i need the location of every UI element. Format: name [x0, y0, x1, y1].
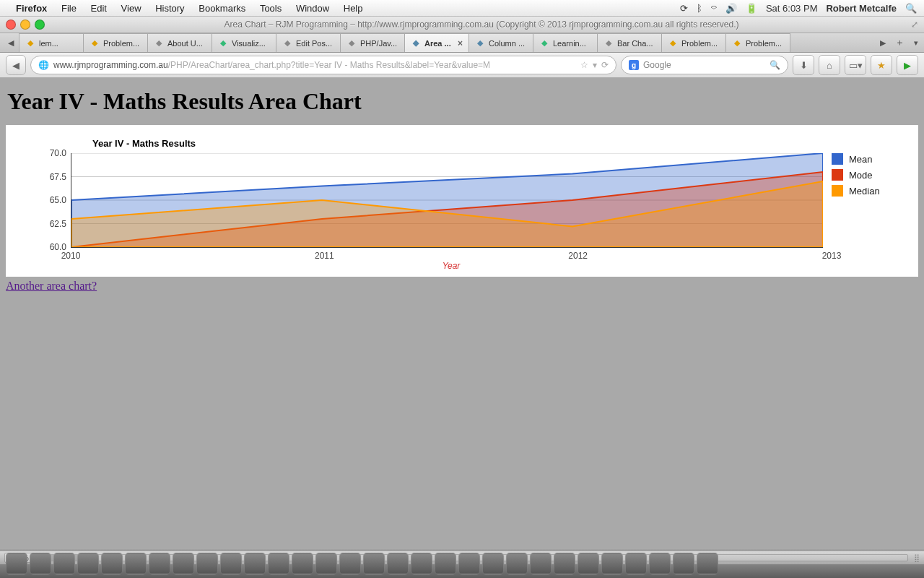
another-chart-link[interactable]: Another area chart? [6, 280, 97, 293]
window-titlebar: Area Chart – RJM Programming – http://ww… [0, 17, 924, 33]
dock-app-icon[interactable] [173, 553, 194, 574]
dock-app-icon[interactable] [244, 553, 266, 574]
clock[interactable]: Sat 6:03 PM [766, 3, 818, 14]
dock-app-icon[interactable] [101, 553, 123, 574]
site-identity-icon[interactable]: 🌐 [38, 60, 49, 70]
browser-tab[interactable]: ◆PHP/Jav... [340, 33, 405, 52]
dock-app-icon[interactable] [601, 553, 623, 574]
favicon-icon: ◆ [25, 38, 35, 48]
url-dropdown-icon[interactable]: ▾ [593, 60, 597, 70]
menu-bookmarks[interactable]: Bookmarks [199, 3, 245, 14]
dock-app-icon[interactable] [149, 553, 170, 574]
dock-app-icon[interactable] [315, 553, 337, 574]
menu-file[interactable]: File [61, 3, 77, 14]
dock-app-icon[interactable] [697, 553, 718, 574]
window-minimize-button[interactable] [20, 20, 30, 30]
plot-area[interactable] [71, 153, 823, 248]
menu-tools[interactable]: Tools [260, 3, 282, 14]
dock-app-icon[interactable] [530, 553, 552, 574]
battery-icon[interactable]: 🔋 [746, 3, 757, 14]
menu-window[interactable]: Window [296, 3, 329, 14]
browser-tab[interactable]: ◆Column ... [468, 33, 533, 52]
legend-label: Median [849, 186, 880, 197]
dock-app-icon[interactable] [220, 553, 242, 574]
chart-legend: MeanModeMedian [823, 153, 911, 248]
window-zoom-button[interactable] [35, 20, 45, 30]
legend-item[interactable]: Median [832, 185, 911, 197]
tab-list-button[interactable]: ▾ [908, 33, 924, 52]
x-axis-label: Year [443, 261, 461, 271]
dock-app-icon[interactable] [458, 553, 480, 574]
search-magnifier-icon: 🔍 [770, 60, 780, 70]
wifi-icon[interactable]: ⌔ [711, 3, 717, 14]
bookmarks-menu-button[interactable]: ▭▾ [845, 55, 866, 75]
volume-icon[interactable]: 🔊 [725, 3, 737, 14]
browser-tab[interactable]: ◆Problem... [661, 33, 726, 52]
dock-app-icon[interactable] [625, 553, 647, 574]
browser-tab[interactable]: ◆Area ...× [404, 33, 469, 52]
legend-item[interactable]: Mean [832, 153, 911, 165]
tab-label: Learnin... [553, 39, 591, 48]
home-button[interactable]: ⌂ [819, 55, 840, 75]
menu-help[interactable]: Help [344, 3, 363, 14]
browser-tab[interactable]: ◆Problem... [725, 33, 790, 52]
back-button[interactable]: ◀ [6, 55, 26, 75]
browser-tab[interactable]: ◆Visualiz... [212, 33, 276, 52]
spotlight-icon[interactable]: 🔍 [905, 3, 917, 14]
browser-tab[interactable]: ◆Edit Pos... [276, 33, 341, 52]
dock-app-icon[interactable] [363, 553, 385, 574]
browser-tab[interactable]: ◆lem... [19, 33, 84, 52]
new-tab-button[interactable]: ＋ [891, 33, 908, 52]
bluetooth-icon[interactable]: ᛒ [697, 3, 702, 14]
dock-app-icon[interactable] [292, 553, 313, 574]
legend-item[interactable]: Mode [832, 169, 911, 181]
dock-app-icon[interactable] [482, 553, 504, 574]
dock[interactable] [0, 549, 924, 578]
browser-tab[interactable]: ◆Learnin... [533, 33, 598, 52]
dock-app-icon[interactable] [435, 553, 456, 574]
dock-app-icon[interactable] [411, 553, 432, 574]
search-bar[interactable]: g Google 🔍 [621, 56, 788, 74]
fullscreen-icon[interactable]: ⤢ [911, 20, 918, 30]
user-name[interactable]: Robert Metcalfe [826, 3, 897, 14]
dock-app-icon[interactable] [125, 553, 147, 574]
menubar-left: Firefox File Edit View History Bookmarks… [16, 3, 375, 14]
dock-app-icon[interactable] [673, 553, 694, 574]
dock-app-icon[interactable] [339, 553, 361, 574]
dock-app-icon[interactable] [554, 553, 575, 574]
addon-button-1[interactable]: ★ [871, 55, 892, 75]
menu-history[interactable]: History [155, 3, 184, 14]
dock-app-icon[interactable] [578, 553, 599, 574]
reload-icon[interactable]: ⟳ [601, 60, 609, 70]
browser-tab[interactable]: ◆About U... [147, 33, 212, 52]
dock-app-icon[interactable] [196, 553, 218, 574]
dock-app-icon[interactable] [387, 553, 409, 574]
addon-button-2[interactable]: ▶ [897, 55, 918, 75]
tab-close-icon[interactable]: × [458, 38, 463, 48]
dock-app-icon[interactable] [77, 553, 99, 574]
dock-app-icon[interactable] [6, 553, 27, 574]
tab-label: PHP/Jav... [360, 39, 398, 48]
address-bar[interactable]: 🌐 www.rjmprogramming.com.au/PHP/AreaChar… [30, 56, 616, 74]
dock-app-icon[interactable] [649, 553, 671, 574]
downloads-button[interactable]: ⬇ [793, 55, 814, 75]
browser-tab[interactable]: ◆Problem... [83, 33, 148, 52]
dock-app-icon[interactable] [268, 553, 289, 574]
menu-view[interactable]: View [121, 3, 141, 14]
app-name[interactable]: Firefox [16, 3, 47, 14]
bookmark-star-icon[interactable]: ☆ [580, 60, 588, 70]
menu-edit[interactable]: Edit [91, 3, 107, 14]
dock-app-icon[interactable] [506, 553, 528, 574]
dock-app-icon[interactable] [53, 553, 75, 574]
dock-app-icon[interactable] [30, 553, 51, 574]
window-close-button[interactable] [6, 20, 16, 30]
favicon-icon: ◆ [475, 38, 485, 48]
favicon-icon: ◆ [90, 38, 100, 48]
tab-scroll-left[interactable]: ◀ [3, 33, 19, 52]
y-tick-label: 67.5 [50, 172, 66, 182]
chart-title: Year IV - Maths Results [92, 138, 911, 149]
browser-tab[interactable]: ◆Bar Cha... [597, 33, 662, 52]
timemachine-icon[interactable]: ⟳ [680, 3, 688, 14]
y-tick-label: 70.0 [50, 148, 66, 158]
tab-scroll-right[interactable]: ▶ [875, 33, 891, 52]
